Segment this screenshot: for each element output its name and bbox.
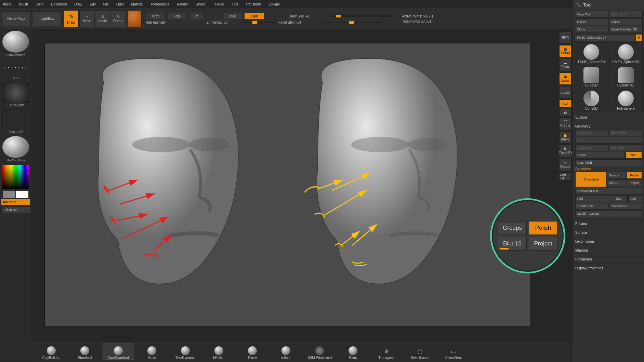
groups-button[interactable]: Groups: [607, 172, 626, 179]
menu-item[interactable]: File: [103, 2, 109, 6]
mrgb-button[interactable]: Mrgb: [146, 13, 166, 19]
menu-item[interactable]: Texture: [213, 2, 224, 6]
menu-item[interactable]: Brush: [19, 2, 28, 6]
sdiv-slider[interactable]: SDiv: [575, 137, 642, 144]
resolution-slider[interactable]: Resolution 128: [575, 188, 642, 195]
alpha-preview[interactable]: [2, 83, 29, 103]
lightbox-button[interactable]: LightBox: [33, 11, 62, 26]
subtool-section[interactable]: Subtool: [575, 116, 642, 119]
zsub-button[interactable]: Zsub: [244, 13, 264, 19]
viewport-canvas[interactable]: [44, 43, 530, 327]
move-mode-button[interactable]: ⇔Move: [79, 10, 94, 27]
tool-item[interactable]: Cone3D: [575, 89, 608, 111]
surface-section[interactable]: Surface: [575, 231, 642, 234]
menu-item[interactable]: Tool: [232, 2, 238, 6]
dynamesh-section[interactable]: DynaMesh: [575, 167, 642, 171]
blur-slider[interactable]: Blur 10: [607, 179, 626, 186]
menu-item[interactable]: Stroke: [196, 2, 206, 6]
menu-item[interactable]: Preferences: [151, 2, 169, 6]
secondary-color[interactable]: [3, 191, 15, 198]
tool-item[interactable]: Cylinder3D: [609, 66, 643, 88]
primary-color[interactable]: [16, 191, 28, 198]
menu-item[interactable]: Draw: [74, 2, 82, 6]
menu-item[interactable]: Document: [51, 2, 67, 6]
shelf-brush[interactable]: IMM Primitives3: [304, 344, 335, 360]
nav-rotate-button[interactable]: ↻Rotate: [559, 159, 571, 171]
scale-mode-button[interactable]: SScale: [95, 10, 110, 27]
import-button[interactable]: Import: [575, 18, 608, 25]
divide-button[interactable]: Divide: [575, 152, 625, 159]
sub-button[interactable]: Sub: [614, 195, 628, 202]
tool-item[interactable]: Cube3D: [575, 66, 608, 88]
menu-item[interactable]: Light: [116, 2, 124, 6]
tool-name-field[interactable]: PM3D_Sphere3D. 17: [575, 34, 635, 41]
thickness-slider[interactable]: Thickness 4: [609, 203, 642, 210]
menu-item[interactable]: Transform: [246, 2, 261, 6]
brush-preview[interactable]: [2, 31, 29, 53]
menu-item[interactable]: Zplugin: [268, 2, 280, 6]
make-polymesh-button[interactable]: Make PolyMesh3D: [609, 26, 643, 33]
shelf-brush[interactable]: DamStandard: [103, 344, 134, 360]
shelf-brush[interactable]: Standard: [69, 344, 101, 360]
linefill-button[interactable]: Line Fill: [559, 172, 571, 180]
polygroups-section[interactable]: Polygroups: [575, 257, 642, 261]
rotate-mode-button[interactable]: ↻Rotate: [111, 10, 126, 27]
menu-item[interactable]: Material: [131, 2, 144, 6]
tool-item[interactable]: PM3D_Sphere3D: [575, 42, 608, 65]
color-picker[interactable]: [2, 165, 29, 189]
copy-tool-button[interactable]: Copy Tool: [575, 11, 608, 18]
zoom3d-button[interactable]: 🔍Zoom3D: [559, 145, 571, 157]
zadd-button[interactable]: Zadd: [222, 13, 242, 19]
local-button[interactable]: ◉Local: [559, 72, 571, 85]
tool-item[interactable]: PM3D_Sphere3D: [609, 42, 643, 65]
claypolish-button[interactable]: ClayPolish: [575, 159, 642, 166]
higherres-button[interactable]: Higher Res: [609, 129, 642, 136]
shelf-selectrect[interactable]: ▭SelectRect: [438, 344, 469, 360]
and-button[interactable]: And: [628, 195, 642, 202]
masking-section[interactable]: Masking: [575, 249, 642, 252]
r-button[interactable]: R: [636, 34, 643, 41]
zintensity-slider[interactable]: [242, 22, 276, 23]
shelf-selectlasso[interactable]: ◌SelectLasso: [404, 344, 436, 360]
menu-item[interactable]: Edit: [90, 2, 96, 6]
nav-move-button[interactable]: ✋Move: [559, 131, 571, 144]
lowerres-button[interactable]: Lower Res: [575, 129, 608, 136]
m-button[interactable]: M: [189, 13, 205, 19]
deformation-section[interactable]: Deformation: [575, 240, 642, 243]
menu-item[interactable]: Color: [36, 2, 44, 6]
persp-button[interactable]: ▦Persp: [559, 45, 571, 57]
shelf-brush[interactable]: Paint: [337, 344, 369, 360]
shelf-brush[interactable]: Move: [136, 344, 168, 360]
drawsize-slider[interactable]: [332, 15, 393, 17]
dynamesh-button[interactable]: DynaMesh: [575, 172, 606, 187]
smt-button[interactable]: Smt: [626, 152, 642, 159]
material-swatch[interactable]: [128, 10, 142, 27]
xyz-button[interactable]: xyz: [559, 100, 571, 107]
shelf-brush[interactable]: ClayBuildup: [36, 344, 67, 360]
preview-section[interactable]: Preview: [575, 222, 642, 226]
shelf-transpose[interactable]: ✳Transpose: [371, 344, 402, 360]
frame-button[interactable]: ⛶Frame: [559, 118, 571, 130]
dellower-button[interactable]: Del Lower: [575, 144, 608, 151]
draw-mode-button[interactable]: Draw: [64, 10, 79, 27]
display-section[interactable]: Display Properties: [575, 266, 642, 270]
project-button[interactable]: Project: [627, 179, 642, 186]
floor-button[interactable]: ▬Floor: [559, 59, 571, 71]
solo-button[interactable]: ◐: [559, 109, 571, 116]
shelf-brush[interactable]: Inflate: [270, 344, 302, 360]
menu-item[interactable]: Render: [177, 2, 188, 6]
shelf-brush[interactable]: TrimDynamic: [170, 344, 201, 360]
stroke-preview[interactable]: [2, 59, 29, 76]
shelf-brush[interactable]: hPolish: [203, 344, 235, 360]
fillobject-button[interactable]: FillObject: [1, 206, 30, 213]
rgb-button[interactable]: Rgb: [168, 13, 187, 19]
modtopology-button[interactable]: Modify Topology: [575, 210, 642, 217]
focal-slider[interactable]: [321, 22, 383, 23]
lsym-button[interactable]: L.Sym: [559, 86, 571, 98]
tool-item[interactable]: PolySphere: [609, 89, 643, 111]
shelf-brush[interactable]: Pinch: [237, 344, 268, 360]
bpr-button[interactable]: BPR: [559, 31, 571, 44]
polish-button[interactable]: Polish: [627, 172, 642, 179]
texture-preview[interactable]: [2, 109, 29, 129]
geometry-section[interactable]: Geometry: [575, 124, 642, 128]
